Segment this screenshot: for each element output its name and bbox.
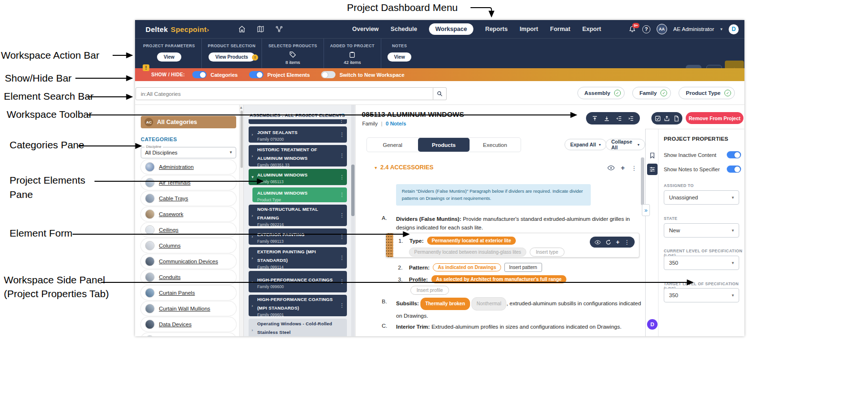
type-option-card[interactable]: 1. Type: Permanently located at exterior… — [386, 233, 639, 258]
kebab-menu-icon[interactable]: ⋮ — [339, 174, 344, 180]
scrollbar-thumb[interactable] — [641, 157, 644, 205]
category-item-cable-trays[interactable]: Cable Trays — [141, 191, 236, 206]
remove-from-project-button[interactable]: Remove From Project — [686, 112, 743, 124]
show-notes-to-specifier-toggle[interactable] — [727, 166, 741, 173]
refresh-icon[interactable] — [606, 239, 611, 245]
menu-overview[interactable]: Overview — [352, 26, 379, 32]
element-item-non-structural-metal-framing[interactable]: › NON-STRUCTURAL METAL FRAMINGFamily 092… — [249, 205, 347, 226]
menu-schedule[interactable]: Schedule — [391, 26, 418, 32]
menu-reports[interactable]: Reports — [485, 26, 508, 32]
tab-products[interactable]: Products — [418, 138, 469, 152]
add-icon[interactable]: + — [616, 238, 620, 246]
option-pill-selected[interactable]: Permanently located at exterior lite — [427, 237, 516, 245]
category-item-casework[interactable]: Casework — [141, 207, 236, 221]
eye-icon[interactable] — [595, 240, 601, 245]
assistant-d-icon[interactable]: D — [647, 319, 658, 330]
project-properties-tab-icon[interactable] — [647, 164, 658, 175]
kebab-menu-icon[interactable]: ⋮ — [339, 279, 344, 285]
expand-all-button[interactable]: Expand All▾ — [565, 139, 607, 150]
eye-icon[interactable] — [607, 165, 615, 171]
document-icon[interactable] — [673, 115, 680, 122]
target-los-select[interactable]: 350▾ — [664, 288, 739, 302]
home-icon[interactable] — [238, 25, 246, 33]
option-pill-selected[interactable]: As selected by Architect from manufactur… — [431, 275, 566, 283]
chevron-down-icon[interactable]: ▾ — [251, 175, 257, 179]
collapse-sections-icon[interactable] — [592, 115, 598, 122]
option-pill-selected[interactable]: Thermally broken — [420, 298, 470, 310]
search-submit-button[interactable] — [433, 87, 447, 100]
collapse-all-button[interactable]: Collapse All▾ — [606, 139, 645, 150]
detail-scrollbar[interactable] — [641, 157, 644, 315]
outdent-icon[interactable] — [616, 115, 622, 122]
chevron-right-icon[interactable]: › — [251, 280, 257, 284]
chevron-right-icon[interactable]: › — [251, 132, 257, 137]
element-item-operating-windows[interactable]: › Operating Windows - Cold-Rolled Stainl… — [249, 319, 347, 336]
kebab-menu-icon[interactable]: ⋮ — [339, 302, 344, 309]
bookmark-tab-icon[interactable] — [648, 151, 657, 160]
view-products-button[interactable]: View Products! — [209, 52, 255, 62]
category-item-curtain-wall-mullions[interactable]: Curtain Wall Mullions — [141, 301, 236, 316]
chevron-right-icon[interactable]: › — [251, 154, 257, 158]
option-pill-unselected[interactable]: Nonthermal — [471, 297, 507, 311]
insert-profile-button[interactable]: Insert profile — [410, 286, 449, 295]
chevron-right-icon[interactable]: › — [251, 213, 257, 218]
add-icon[interactable]: + — [621, 164, 625, 172]
insert-pattern-button[interactable]: Insert pattern — [504, 263, 542, 272]
filter-family[interactable]: Family✓ — [632, 87, 671, 99]
menu-export[interactable]: Export — [582, 26, 601, 32]
option-pill-selected[interactable]: As indicated on Drawings — [433, 263, 501, 271]
clipboard-icon[interactable] — [349, 51, 356, 58]
all-categories-header[interactable]: AC All Categories — [141, 116, 236, 128]
kebab-menu-icon[interactable]: ⋮ — [624, 239, 630, 246]
avatar[interactable]: AA — [657, 24, 667, 34]
element-item-exterior-painting[interactable]: › EXTERIOR PAINTINGFamily 099113 ⋮ — [249, 228, 347, 245]
map-icon[interactable] — [257, 25, 264, 33]
option-pill-unselected[interactable]: Permanently located between insulating-g… — [409, 248, 526, 257]
element-item-aluminum-windows-selected[interactable]: ▾ ALUMINUM WINDOWSFamily 085113 ⋮ — [249, 169, 347, 185]
share-icon[interactable] — [664, 115, 670, 122]
element-item-clipped[interactable]: ⋮ — [249, 119, 347, 124]
project-elements-toggle[interactable] — [249, 71, 263, 78]
element-item-high-performance-coatings[interactable]: › HIGH-PERFORMANCE COATINGSFamily 099600… — [249, 271, 347, 292]
element-item-historic-treatment[interactable]: › HISTORIC TREATMENT OF ALUMINUM WINDOWS… — [249, 145, 347, 166]
filter-assembly[interactable]: Assembly✓ — [577, 87, 625, 99]
kebab-menu-icon[interactable]: ⋮ — [339, 132, 344, 138]
element-item-high-performance-coatings-mpi[interactable]: › HIGH-PERFORMANCE COATINGS (MPI STANDAR… — [249, 295, 347, 316]
chevron-right-icon[interactable]: › — [251, 303, 257, 308]
kebab-menu-icon[interactable]: ⋮ — [339, 119, 344, 124]
categories-toggle[interactable] — [192, 71, 207, 78]
menu-workspace[interactable]: Workspace — [429, 23, 473, 35]
elements-scrollbar[interactable] — [351, 105, 355, 336]
element-search-input[interactable] — [136, 87, 433, 100]
discipline-dropdown[interactable]: Discipline All Disciplines ▾ — [141, 147, 236, 158]
category-item-communication-devices[interactable]: Communication Devices — [141, 254, 236, 269]
checklist-icon[interactable] — [655, 115, 661, 122]
category-item-curtain-panels[interactable]: Curtain Panels — [141, 286, 236, 300]
current-los-select[interactable]: 350▾ — [664, 256, 739, 270]
category-item-partial[interactable] — [141, 333, 236, 336]
kebab-menu-icon[interactable]: ⋮ — [339, 153, 344, 159]
scrollbar-thumb[interactable] — [241, 111, 243, 168]
view-project-parameters-button[interactable]: View — [157, 52, 181, 62]
insert-type-button[interactable]: Insert type — [530, 248, 565, 257]
kebab-menu-icon[interactable]: ⋮ — [339, 234, 344, 240]
user-name[interactable]: AE Administrator — [673, 26, 714, 32]
indent-icon[interactable] — [628, 115, 634, 122]
assigned-to-select[interactable]: Unassigned▾ — [664, 190, 739, 205]
tag-icon[interactable] — [289, 51, 296, 58]
element-item-exterior-painting-mpi[interactable]: › EXTERIOR PAINTING (MPI STANDARDS)Famil… — [249, 247, 347, 269]
show-inactive-content-toggle[interactable] — [727, 151, 741, 158]
categories-scrollbar[interactable]: ▲ — [239, 105, 243, 336]
view-notes-button[interactable]: View — [387, 52, 412, 62]
category-item-conduits[interactable]: Conduits — [141, 270, 236, 284]
menu-import[interactable]: Import — [520, 26, 538, 32]
chevron-right-icon[interactable]: › — [251, 256, 257, 260]
element-item-joint-sealants[interactable]: › JOINT SEALANTSFamily 079200 ⋮ — [249, 126, 347, 143]
help-icon[interactable]: ? — [642, 25, 650, 33]
kebab-menu-icon[interactable]: ⋮ — [339, 212, 344, 218]
kebab-menu-icon[interactable]: ⋮ — [339, 255, 344, 261]
filter-product-type[interactable]: Product Type✓ — [679, 87, 735, 99]
new-workspace-toggle[interactable] — [321, 71, 335, 78]
chevron-down-icon[interactable]: ▾ — [342, 112, 344, 117]
tab-execution[interactable]: Execution — [470, 138, 521, 152]
